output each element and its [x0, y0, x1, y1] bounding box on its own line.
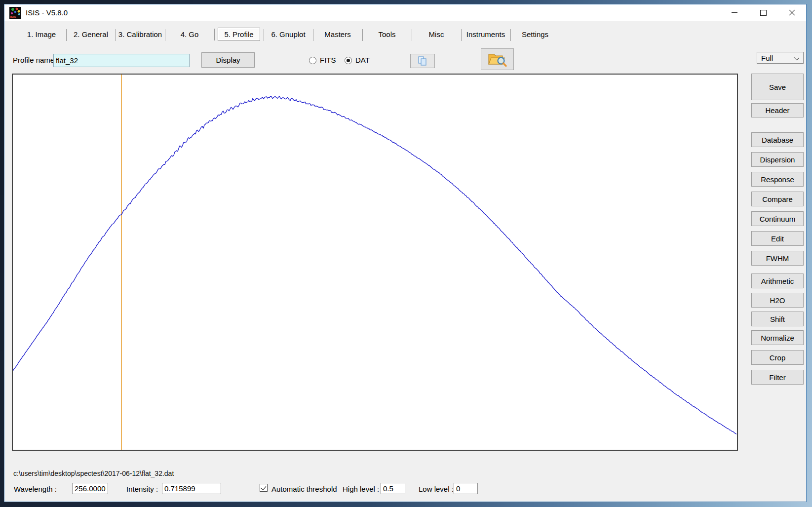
- low-level-input[interactable]: [454, 483, 478, 494]
- tab-tools[interactable]: Tools: [362, 29, 412, 40]
- fits-radio[interactable]: [309, 57, 316, 64]
- filter-button[interactable]: Filter: [751, 370, 804, 385]
- close-icon: [789, 9, 795, 16]
- display-range-value: Full: [761, 54, 773, 62]
- normalize-button[interactable]: Normalize: [751, 330, 804, 345]
- maximize-button[interactable]: [749, 4, 777, 21]
- crop-button[interactable]: Crop: [751, 350, 804, 365]
- dat-radio-label[interactable]: DAT: [355, 56, 370, 64]
- window-controls: [720, 4, 806, 21]
- tab-general[interactable]: 2. General: [66, 29, 116, 40]
- h2o-button[interactable]: H2O: [751, 293, 804, 308]
- continuum-button[interactable]: Continuum: [751, 211, 804, 226]
- automatic-threshold-label[interactable]: Automatic threshold: [271, 485, 337, 493]
- save-button[interactable]: Save: [751, 74, 804, 100]
- shift-button[interactable]: Shift: [751, 312, 804, 326]
- chevron-down-icon: [794, 55, 799, 60]
- close-button[interactable]: [777, 4, 806, 21]
- tab-masters[interactable]: Masters: [313, 29, 362, 40]
- file-path-text: c:\users\tim\desktop\spectest\2017-06-12…: [13, 469, 174, 477]
- isis-main-window: ISIS ISIS - V5.8.0 1. Image 2. General 3…: [4, 4, 807, 502]
- folder-search-icon: [488, 51, 507, 67]
- tab-settings[interactable]: Settings: [510, 29, 560, 40]
- copy-profile-button[interactable]: [410, 54, 435, 68]
- browse-profile-button[interactable]: [481, 48, 514, 70]
- titlebar: ISIS ISIS - V5.8.0: [4, 4, 806, 21]
- tab-profile[interactable]: 5. Profile: [218, 28, 260, 41]
- minimize-icon: [732, 12, 737, 13]
- wavelength-label: Wavelength :: [14, 485, 57, 493]
- isis-app-icon-text: ISIS: [10, 15, 16, 18]
- tab-go[interactable]: 4. Go: [165, 29, 214, 40]
- copy-icon: [417, 56, 428, 67]
- fits-radio-label[interactable]: FITS: [320, 56, 336, 64]
- compare-button[interactable]: Compare: [751, 192, 804, 206]
- wavelength-input[interactable]: [72, 483, 108, 494]
- high-level-input[interactable]: [381, 483, 405, 494]
- high-level-label: High level :: [343, 485, 379, 493]
- response-button[interactable]: Response: [751, 172, 804, 187]
- database-button[interactable]: Database: [751, 132, 804, 147]
- minimize-button[interactable]: [720, 4, 749, 21]
- edit-button[interactable]: Edit: [751, 231, 804, 246]
- tab-calibration[interactable]: 3. Calibration: [116, 29, 165, 40]
- display-button[interactable]: Display: [201, 52, 255, 68]
- arithmetic-button[interactable]: Arithmetic: [751, 273, 804, 288]
- low-level-label: Low level :: [419, 485, 454, 493]
- profile-plot-svg: [13, 75, 737, 450]
- profile-name-input[interactable]: [53, 54, 190, 67]
- display-range-select[interactable]: Full: [757, 52, 804, 64]
- tab-instruments[interactable]: Instruments: [461, 29, 510, 40]
- dispersion-button[interactable]: Dispersion: [751, 152, 804, 167]
- profile-name-label: Profile name :: [13, 56, 59, 64]
- fwhm-button[interactable]: FWHM: [751, 251, 804, 266]
- tab-bar: 1. Image 2. General 3. Calibration 4. Go…: [17, 27, 560, 41]
- tab-misc[interactable]: Misc: [412, 29, 461, 40]
- window-title: ISIS - V5.8.0: [26, 8, 68, 17]
- header-button[interactable]: Header: [751, 103, 804, 117]
- tab-image[interactable]: 1. Image: [17, 29, 66, 40]
- profile-chart[interactable]: [12, 74, 738, 451]
- dat-radio[interactable]: [345, 57, 352, 64]
- automatic-threshold-checkbox[interactable]: [260, 484, 268, 492]
- tab-gnuplot[interactable]: 6. Gnuplot: [264, 29, 313, 40]
- maximize-icon: [760, 10, 767, 16]
- intensity-input[interactable]: [162, 483, 221, 494]
- isis-app-icon: ISIS: [9, 7, 21, 19]
- intensity-label: Intensity :: [126, 485, 158, 493]
